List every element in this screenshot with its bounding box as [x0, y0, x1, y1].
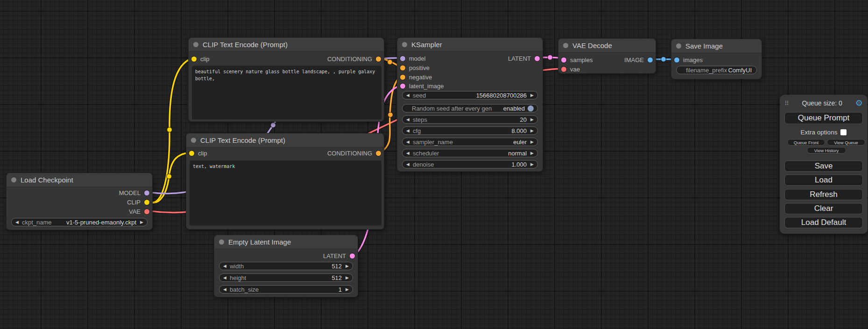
- collapse-dot-icon[interactable]: [219, 239, 224, 245]
- widget-value: ComfyUI: [728, 67, 753, 74]
- samples-input-dot[interactable]: [561, 57, 566, 63]
- model-output-dot[interactable]: [144, 190, 149, 196]
- view-queue-button[interactable]: View Queue: [827, 139, 865, 146]
- widget-cfg[interactable]: ◀ cfg 8.000 ▶: [402, 126, 538, 135]
- latent-output-dot[interactable]: [535, 56, 540, 61]
- collapse-dot-icon[interactable]: [11, 177, 16, 182]
- increment-arrow-icon[interactable]: ▶: [530, 162, 534, 167]
- collapse-dot-icon[interactable]: [402, 42, 407, 47]
- widget-steps[interactable]: ◀ steps 20 ▶: [402, 115, 538, 124]
- node-clip-text-encode-negative[interactable]: CLIP Text Encode (Prompt) clip CONDITION…: [186, 133, 384, 230]
- increment-arrow-icon[interactable]: ▶: [530, 129, 534, 133]
- next-arrow-icon[interactable]: ▶: [530, 151, 534, 155]
- node-clip-text-encode-positive[interactable]: CLIP Text Encode (Prompt) clip CONDITION…: [188, 37, 384, 122]
- node-header[interactable]: CLIP Text Encode (Prompt): [189, 38, 384, 52]
- node-save-image[interactable]: Save Image images filename_prefix ComfyU…: [671, 39, 762, 79]
- view-history-button[interactable]: View History: [807, 147, 846, 154]
- node-header[interactable]: KSampler: [397, 38, 543, 52]
- widget-batch-size[interactable]: ◀ batch_size 1 ▶: [219, 285, 353, 294]
- wire-dot: [388, 60, 393, 65]
- node-header[interactable]: VAE Decode: [558, 39, 656, 53]
- load-default-button[interactable]: Load Default: [784, 217, 863, 228]
- widget-sampler-name[interactable]: ◀ sampler_name euler ▶: [402, 138, 538, 146]
- wire-dot: [167, 127, 172, 133]
- decrement-arrow-icon[interactable]: ◀: [406, 129, 409, 133]
- refresh-button[interactable]: Refresh: [784, 189, 863, 200]
- image-output-dot[interactable]: [648, 57, 653, 63]
- decrement-arrow-icon[interactable]: ◀: [406, 162, 409, 167]
- node-header[interactable]: Load Checkpoint: [7, 173, 152, 187]
- decrement-arrow-icon[interactable]: ◀: [406, 93, 409, 98]
- node-vae-decode[interactable]: VAE Decode samples vae IMAGE: [558, 38, 656, 74]
- random-seed-toggle[interactable]: [528, 105, 534, 112]
- next-arrow-icon[interactable]: ▶: [530, 140, 534, 144]
- node-empty-latent-image[interactable]: Empty Latent Image LATENT ◀ width 512 ▶ …: [214, 235, 358, 297]
- queue-front-button[interactable]: Queue Front: [787, 139, 825, 146]
- load-button[interactable]: Load: [784, 175, 863, 186]
- clip-output-dot[interactable]: [144, 200, 149, 205]
- drag-handle-icon[interactable]: ⠿: [784, 100, 789, 106]
- increment-arrow-icon[interactable]: ▶: [530, 93, 534, 98]
- widget-value: 512: [332, 263, 346, 270]
- vae-input-dot[interactable]: [561, 67, 566, 72]
- prev-arrow-icon[interactable]: ◀: [15, 220, 19, 224]
- port-samples-input: samples: [561, 56, 593, 63]
- decrement-arrow-icon[interactable]: ◀: [223, 276, 226, 280]
- latent-output-dot[interactable]: [350, 253, 355, 259]
- widget-scheduler[interactable]: ◀ scheduler normal ▶: [402, 149, 538, 157]
- widget-ckpt-name[interactable]: ◀ ckpt_name v1-5-pruned-emaonly.ckpt ▶: [11, 218, 148, 226]
- queue-prompt-button[interactable]: Queue Prompt: [784, 112, 863, 124]
- gear-icon[interactable]: ⚙: [855, 99, 863, 107]
- decrement-arrow-icon[interactable]: ◀: [406, 118, 409, 122]
- widget-label: height: [230, 274, 246, 281]
- prev-arrow-icon[interactable]: ◀: [406, 140, 409, 144]
- clip-input-dot[interactable]: [189, 151, 194, 156]
- port-label: CLIP: [127, 199, 141, 206]
- decrement-arrow-icon[interactable]: ◀: [223, 287, 226, 292]
- images-input-dot[interactable]: [674, 57, 679, 63]
- increment-arrow-icon[interactable]: ▶: [346, 264, 349, 268]
- negative-prompt-textarea[interactable]: text, watermark: [190, 161, 381, 225]
- increment-arrow-icon[interactable]: ▶: [346, 276, 349, 280]
- node-graph-canvas[interactable]: Load Checkpoint MODEL CLIP VAE ◀ ckpt_na…: [0, 0, 868, 329]
- clear-button[interactable]: Clear: [784, 203, 863, 214]
- collapse-dot-icon[interactable]: [193, 42, 198, 47]
- node-ksampler[interactable]: KSampler model positive negative latent_…: [397, 37, 543, 172]
- collapse-dot-icon[interactable]: [191, 138, 196, 143]
- conditioning-output-dot[interactable]: [376, 56, 381, 62]
- positive-prompt-textarea[interactable]: beautiful scenery nature glass bottle la…: [192, 66, 381, 119]
- decrement-arrow-icon[interactable]: ◀: [223, 264, 226, 268]
- port-label: negative: [409, 74, 432, 81]
- node-load-checkpoint[interactable]: Load Checkpoint MODEL CLIP VAE ◀ ckpt_na…: [6, 173, 153, 230]
- conditioning-output-dot[interactable]: [376, 151, 381, 156]
- clip-input-dot[interactable]: [191, 56, 197, 62]
- queue-panel: ⠿ Queue size: 0 ⚙ Queue Prompt Extra opt…: [780, 95, 868, 234]
- negative-input-dot[interactable]: [400, 75, 405, 80]
- collapse-dot-icon[interactable]: [563, 43, 568, 48]
- widget-seed[interactable]: ◀ seed 156680208700286 ▶: [402, 91, 538, 99]
- increment-arrow-icon[interactable]: ▶: [346, 287, 349, 292]
- node-header[interactable]: Save Image: [671, 39, 762, 53]
- widget-label: Random seed after every gen: [412, 105, 492, 112]
- increment-arrow-icon[interactable]: ▶: [530, 118, 534, 122]
- collapse-dot-icon[interactable]: [676, 43, 681, 49]
- next-arrow-icon[interactable]: ▶: [140, 220, 143, 224]
- port-label: LATENT: [508, 55, 531, 62]
- node-title: Save Image: [685, 42, 723, 50]
- node-header[interactable]: CLIP Text Encode (Prompt): [186, 133, 384, 147]
- widget-random-seed[interactable]: Random seed after every gen enabled: [402, 104, 538, 112]
- model-input-dot[interactable]: [400, 56, 405, 61]
- vae-output-dot[interactable]: [144, 209, 149, 214]
- latent-image-input-dot[interactable]: [400, 84, 405, 89]
- prev-arrow-icon[interactable]: ◀: [406, 151, 409, 155]
- widget-height[interactable]: ◀ height 512 ▶: [219, 273, 353, 282]
- extra-options-checkbox[interactable]: [840, 129, 847, 135]
- widget-value: 1: [339, 286, 346, 293]
- widget-width[interactable]: ◀ width 512 ▶: [219, 262, 353, 270]
- widget-filename-prefix[interactable]: filename_prefix ComfyUI: [676, 66, 757, 74]
- widget-denoise[interactable]: ◀ denoise 1.000 ▶: [402, 160, 538, 168]
- positive-input-dot[interactable]: [400, 65, 405, 70]
- node-header[interactable]: Empty Latent Image: [214, 235, 358, 249]
- save-button[interactable]: Save: [784, 161, 863, 172]
- port-conditioning-output: CONDITIONING: [327, 56, 381, 62]
